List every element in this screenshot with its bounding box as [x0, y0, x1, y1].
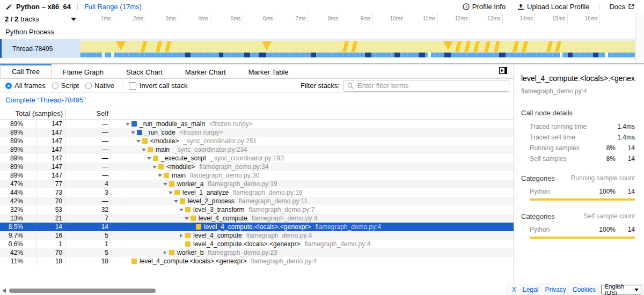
- table-row[interactable]: 13%217level_4_computeflamegraph_demo.py:…: [0, 214, 514, 223]
- track-thread[interactable]: Thread-78495: [0, 39, 635, 58]
- category-color-bar: [530, 198, 635, 201]
- thread-activity-graph[interactable]: [80, 39, 635, 58]
- tree-cell: main_sync_coordinator.py:234: [121, 145, 514, 154]
- tree-cell: level_4_computeflamegraph_demo.py:4: [121, 214, 514, 223]
- sample-dark-segment: [219, 53, 223, 57]
- ruler-tick-14ms: 14ms: [503, 13, 536, 25]
- table-row[interactable]: 0.6%11level_4_compute.<locals>.<genexpr>…: [0, 240, 514, 248]
- scrollbar-thumb[interactable]: [9, 289, 156, 293]
- filter-input[interactable]: [356, 81, 506, 90]
- category-value: 14: [616, 188, 635, 195]
- divider: [77, 3, 78, 10]
- table-row[interactable]: 44%733level_1_analyzeflamegraph_demo.py:…: [0, 188, 514, 197]
- expander-open-icon[interactable]: [179, 208, 184, 212]
- timeline-section: 2 / 2 tracks 1ms2ms3ms4ms5ms6ms7ms8ms9ms…: [0, 13, 644, 64]
- table-row[interactable]: 89%147—_execute_script_sync_coordinator.…: [0, 154, 514, 163]
- range-breadcrumb-link[interactable]: Complete “Thread-78495”: [5, 96, 86, 104]
- tab-marker-chart[interactable]: Marker Chart: [174, 64, 237, 78]
- expander-open-icon[interactable]: [141, 148, 146, 152]
- total-samples-cell: 147: [36, 128, 66, 137]
- track-python-process[interactable]: Python Process: [0, 25, 644, 39]
- sample-dark-segment: [419, 53, 425, 57]
- table-row[interactable]: 32%5332level_3_transformflamegraph_demo.…: [0, 205, 514, 214]
- table-row[interactable]: 89%147—main_sync_coordinator.py:234: [0, 145, 514, 154]
- self-samples-cell: 4: [66, 180, 111, 188]
- gutter-cell: [111, 154, 121, 163]
- scroll-left-arrow-icon[interactable]: [2, 289, 6, 293]
- thread-track-label[interactable]: Thread-78495: [0, 39, 80, 58]
- table-row[interactable]: 47%774worker_aflamegraph_demo.py:19: [0, 180, 514, 188]
- sidebar-node-location: flamegraph_demo.py:4: [521, 87, 635, 95]
- column-self[interactable]: Self: [66, 109, 111, 117]
- call-node-details-header: Call node details: [521, 109, 635, 117]
- table-row[interactable]: 89%147—mainflamegraph_demo.py:30: [0, 171, 514, 180]
- radio-all-frames[interactable]: All frames: [5, 82, 46, 90]
- function-name: level_4_compute.<locals>.<genexpr>: [193, 240, 300, 248]
- language-select[interactable]: English (US): [601, 285, 641, 294]
- tree-cell: <module>_sync_coordinator.py:251: [121, 137, 514, 145]
- footer-link-cookies[interactable]: Cookies: [573, 286, 596, 293]
- total-samples-cell: 1: [36, 240, 66, 248]
- panel-toggle-icon[interactable]: [499, 67, 507, 76]
- table-row[interactable]: 42%705worker_bflamegraph_demo.py:23: [0, 248, 514, 257]
- full-range-link[interactable]: Full Range (17ms): [84, 3, 142, 11]
- table-row[interactable]: 89%147—_run_module_as_main<frozen runpy>: [0, 120, 514, 128]
- file-location: flamegraph_demo.py:34: [199, 163, 268, 171]
- tab-marker-table[interactable]: Marker Table: [237, 64, 300, 78]
- expander-open-icon[interactable]: [136, 139, 141, 144]
- table-row[interactable]: 8.5%1414level_4_compute.<locals>.<genexp…: [0, 223, 514, 231]
- gutter-cell: [111, 180, 121, 188]
- expander-open-icon[interactable]: [163, 182, 167, 187]
- table-row[interactable]: 11%1818level_4_compute.<locals>.<genexpr…: [0, 257, 514, 266]
- upload-button[interactable]: Upload Local Profile: [513, 0, 594, 13]
- table-row[interactable]: 89%147—<module>_sync_coordinator.py:251: [0, 137, 514, 145]
- table-row[interactable]: 89%147—_run_code<frozen runpy>: [0, 128, 514, 137]
- radio-script[interactable]: Script: [52, 82, 79, 90]
- total-samples-cell: 147: [36, 171, 66, 180]
- table-row[interactable]: 89%147—<module>flamegraph_demo.py:34: [0, 163, 514, 171]
- docs-button[interactable]: Docs: [605, 0, 639, 13]
- tab-flame-graph[interactable]: Flame Graph: [52, 64, 115, 78]
- search-icon: [347, 83, 354, 89]
- tree-cell: _run_module_as_main<frozen runpy>: [121, 120, 514, 128]
- external-link-icon: [628, 3, 634, 10]
- expander-open-icon[interactable]: [157, 173, 162, 178]
- footer-link-x[interactable]: X: [512, 286, 516, 293]
- expander-open-icon[interactable]: [147, 156, 151, 161]
- total-percent-cell: 8.5%: [0, 223, 36, 231]
- expander-closed-icon[interactable]: [163, 250, 167, 255]
- total-samples-cell: 147: [36, 163, 66, 171]
- expander-open-icon[interactable]: [130, 130, 135, 135]
- table-row[interactable]: 42%70—level_2_processflamegraph_demo.py:…: [0, 197, 514, 205]
- total-samples-cell: 147: [36, 145, 66, 154]
- self-samples-cell: 14: [66, 223, 111, 231]
- radio-dot: [85, 83, 92, 89]
- expander-closed-icon[interactable]: [179, 233, 184, 238]
- invert-call-stack-checkbox[interactable]: [129, 82, 136, 90]
- expander-open-icon[interactable]: [125, 122, 130, 127]
- gutter-cell: [111, 163, 121, 171]
- expander-open-icon[interactable]: [173, 199, 178, 204]
- detail-percent: 8%: [594, 155, 616, 163]
- tab-stack-chart[interactable]: Stack Chart: [115, 64, 174, 78]
- category-percent: 100%: [594, 226, 616, 233]
- file-location: flamegraph_demo.py:23: [208, 249, 277, 256]
- footer-links: XLegalPrivacyCookies: [512, 286, 596, 293]
- column-total-samples[interactable]: Total (samples): [0, 109, 66, 117]
- profile-info-button[interactable]: Profile Info: [458, 0, 510, 13]
- expander-open-icon[interactable]: [168, 190, 173, 195]
- expander-open-icon[interactable]: [152, 165, 157, 169]
- footer-link-legal[interactable]: Legal: [523, 286, 538, 293]
- radio-native[interactable]: Native: [85, 82, 114, 90]
- expander-open-icon[interactable]: [184, 216, 189, 221]
- table-row[interactable]: 9.7%165level_4_computeflamegraph_demo.py…: [0, 231, 514, 240]
- tab-call-tree[interactable]: Call Tree: [0, 64, 52, 78]
- total-samples-cell: 16: [36, 231, 66, 240]
- tree-cell: level_3_transformflamegraph_demo.py:7: [121, 205, 514, 214]
- detail-value: 14: [616, 155, 635, 163]
- self-samples-cell: 32: [66, 205, 111, 214]
- tracks-dropdown[interactable]: 2 / 2 tracks: [0, 13, 80, 25]
- footer-link-privacy[interactable]: Privacy: [545, 286, 566, 293]
- sample-dark-segment: [259, 53, 266, 57]
- gutter-cell: [111, 197, 121, 205]
